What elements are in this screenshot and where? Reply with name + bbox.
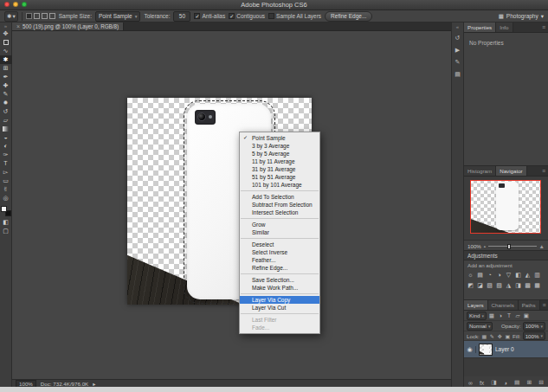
blur-tool[interactable]: ◒ — [0, 133, 12, 142]
subtract-from-selection-icon[interactable] — [42, 13, 48, 19]
brush-tool[interactable]: ✎ — [0, 90, 12, 99]
tab-histogram[interactable]: Histogram — [464, 166, 496, 176]
sample-all-layers-checkbox[interactable]: Sample All Layers — [268, 13, 321, 19]
tab-navigator[interactable]: Navigator — [496, 166, 526, 176]
panel-menu-icon[interactable]: ≡ — [539, 166, 548, 176]
magic-wand-tool[interactable]: ✱ — [0, 55, 12, 64]
navigator-preview[interactable] — [464, 177, 548, 240]
menu-item-feather[interactable]: Feather... — [240, 256, 319, 264]
black-white-adjustment-icon[interactable]: ▥ — [532, 270, 542, 280]
curves-adjustment-icon[interactable]: ◔ — [485, 270, 494, 280]
workspace-switcher[interactable]: ▦ Photography ▾ — [499, 13, 544, 20]
rectangular-marquee-tool[interactable] — [0, 38, 12, 47]
channel-mixer-adjustment-icon[interactable]: ◪ — [475, 280, 485, 291]
history-brush-tool[interactable]: ↺ — [0, 107, 12, 116]
healing-brush-tool[interactable]: ✚ — [0, 81, 12, 90]
menu-item-51by51-average[interactable]: 51 by 51 Average — [240, 173, 319, 181]
collapse-tools-icon[interactable]: » — [4, 23, 7, 29]
filter-shape-layers-icon[interactable]: ▱ — [514, 312, 521, 319]
lock-all-icon[interactable]: ▣ — [505, 333, 511, 339]
tool-preset-picker[interactable]: ✱ ▾ — [4, 11, 18, 22]
clone-source-panel-icon[interactable]: ▤ — [452, 70, 463, 79]
navigator-zoom-value[interactable]: 100% — [467, 243, 481, 249]
menu-item-make-work-path[interactable]: Make Work Path... — [240, 284, 319, 292]
zoom-out-icon[interactable]: ▴ — [484, 244, 486, 248]
menu-item-31by31-average[interactable]: 31 by 31 Average — [240, 165, 319, 173]
foreground-color-swatch[interactable] — [1, 206, 7, 212]
eyedropper-tool[interactable]: ✒ — [0, 73, 12, 81]
menu-item-intersect-selection[interactable]: Intersect Selection — [240, 209, 319, 216]
menu-item-select-inverse[interactable]: Select Inverse — [240, 248, 319, 256]
new-layer-icon[interactable]: ⊞ — [527, 379, 532, 386]
crop-tool[interactable]: ⊞ — [0, 64, 12, 73]
panel-menu-icon[interactable]: ≡ — [540, 300, 548, 310]
menu-item-refine-edge[interactable]: Refine Edge... — [240, 264, 319, 272]
move-tool[interactable]: ✥ — [0, 29, 12, 38]
navigator-view-box[interactable] — [470, 180, 541, 234]
gradient-map-adjustment-icon[interactable]: ▩ — [523, 280, 532, 291]
add-layer-mask-icon[interactable]: ◨ — [491, 379, 496, 386]
pen-tool[interactable]: ✑ — [0, 151, 12, 159]
panel-menu-icon[interactable]: ≡ — [539, 22, 548, 32]
photo-filter-adjustment-icon[interactable]: ◩ — [466, 280, 475, 291]
lock-position-icon[interactable]: ✥ — [497, 333, 503, 339]
screen-mode-button[interactable]: ▢ — [0, 227, 12, 235]
invert-adjustment-icon[interactable]: ▧ — [494, 280, 504, 291]
opacity-dropdown[interactable]: 100% ▾ — [523, 322, 545, 331]
refine-edge-button[interactable]: Refine Edge... — [325, 11, 372, 22]
color-lookup-adjustment-icon[interactable]: ▨ — [485, 280, 494, 291]
type-tool[interactable]: T — [0, 159, 12, 168]
filter-adjustment-layers-icon[interactable]: ◑ — [497, 312, 504, 318]
contiguous-checkbox[interactable]: ✓ Contiguous — [229, 13, 265, 19]
hue-saturation-adjustment-icon[interactable]: ◧ — [513, 270, 523, 280]
selective-color-adjustment-icon[interactable]: ▦ — [532, 280, 542, 291]
lock-image-pixels-icon[interactable]: ✎ — [489, 333, 495, 339]
new-adjustment-layer-icon[interactable]: ◑ — [504, 380, 507, 386]
menu-item-deselect[interactable]: Deselect — [240, 241, 319, 248]
kind-filter-dropdown[interactable]: Kind ▾ — [467, 312, 487, 320]
menu-item-3by3-average[interactable]: 3 by 3 Average — [240, 142, 319, 150]
layer-row-layer-0[interactable]: ◉ Layer 0 — [464, 341, 548, 358]
new-group-icon[interactable]: ▤ — [514, 379, 519, 386]
zoom-in-icon[interactable]: ▲ — [539, 243, 545, 249]
tab-channels[interactable]: Channels — [488, 300, 519, 310]
tab-layers[interactable]: Layers — [464, 300, 488, 310]
posterize-adjustment-icon[interactable]: ◮ — [504, 280, 513, 291]
menu-item-101by101-average[interactable]: 101 by 101 Average — [240, 181, 319, 189]
status-arrow-icon[interactable]: ▸ — [93, 381, 95, 387]
anti-alias-checkbox[interactable]: ✓ Anti-alias — [194, 13, 225, 19]
tolerance-input[interactable]: 50 — [173, 11, 190, 22]
collapse-panels-icon[interactable]: « — [452, 24, 463, 30]
tab-paths[interactable]: Paths — [519, 300, 540, 310]
menu-item-add-to-selection[interactable]: Add To Selection — [240, 193, 319, 201]
layer-styles-icon[interactable]: fx — [480, 380, 484, 386]
slider-handle[interactable] — [507, 244, 511, 249]
menu-item-subtract-from-selection[interactable]: Subtract From Selection — [240, 201, 319, 209]
tab-info[interactable]: Info — [496, 22, 513, 32]
eraser-tool[interactable]: ▱ — [0, 116, 12, 125]
levels-adjustment-icon[interactable]: ▤ — [475, 270, 485, 280]
menu-item-layer-via-cut[interactable]: Layer Via Cut — [240, 304, 319, 312]
delete-layer-icon[interactable]: ⊟ — [538, 379, 544, 386]
history-panel-icon[interactable]: ↺ — [452, 34, 463, 42]
brush-panel-icon[interactable]: ✎ — [452, 58, 463, 67]
new-selection-icon[interactable] — [26, 13, 32, 19]
dodge-tool[interactable]: ◐ — [0, 142, 12, 151]
link-layers-icon[interactable]: ∞ — [468, 380, 473, 386]
lock-transparent-pixels-icon[interactable]: ▦ — [481, 333, 487, 339]
tab-properties[interactable]: Properties — [464, 22, 496, 32]
filter-type-layers-icon[interactable]: T — [506, 312, 513, 318]
menu-item-similar[interactable]: Similar — [240, 228, 319, 236]
canvas-area[interactable]: ✓ Point Sample 3 by 3 Average 5 by 5 Ave… — [12, 31, 451, 379]
intersect-selection-icon[interactable] — [49, 13, 55, 19]
close-document-icon[interactable]: × — [16, 23, 20, 29]
quick-mask-mode-button[interactable]: ◧ — [0, 218, 12, 227]
visibility-eye-icon[interactable]: ◉ — [464, 346, 476, 353]
clone-stamp-tool[interactable]: ✹ — [0, 99, 12, 107]
zoom-tool[interactable]: ◎ — [0, 194, 12, 202]
gradient-tool[interactable] — [0, 125, 12, 133]
filter-pixel-layers-icon[interactable]: ▦ — [488, 312, 495, 319]
add-to-selection-icon[interactable] — [34, 13, 40, 19]
layer-thumbnail[interactable] — [479, 344, 493, 356]
document-tab[interactable]: × 500 (19).png @ 100% (Layer 0, RGB/8) — [12, 22, 124, 30]
